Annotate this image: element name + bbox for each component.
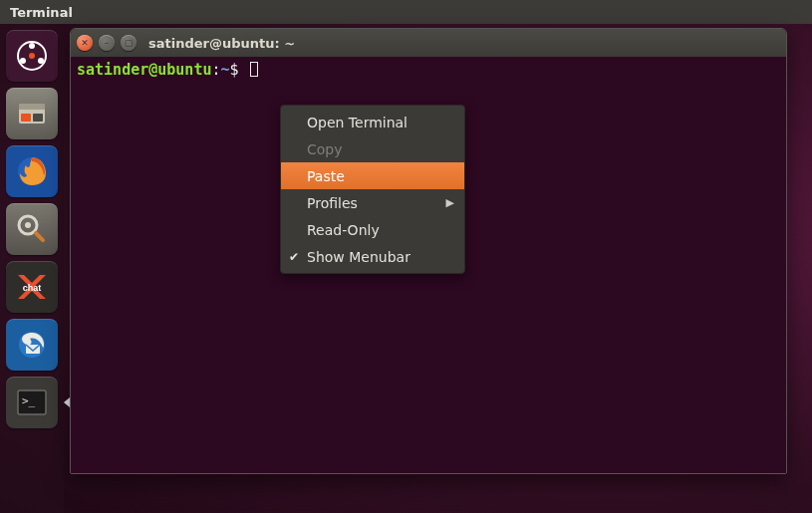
ctx-show-menubar[interactable]: ✔ Show Menubar (281, 243, 464, 270)
maximize-icon[interactable]: ▢ (121, 35, 136, 51)
terminal-icon[interactable]: >_ (6, 377, 58, 428)
svg-rect-7 (21, 114, 31, 122)
firefox-icon[interactable] (6, 145, 58, 197)
svg-point-3 (20, 58, 26, 64)
ctx-copy: Copy (281, 135, 464, 162)
svg-rect-12 (33, 230, 46, 243)
cursor-icon (250, 62, 258, 77)
menubar-app: Terminal (10, 5, 73, 20)
minimize-icon[interactable]: – (99, 35, 115, 51)
svg-rect-6 (19, 104, 45, 110)
dash-icon[interactable] (6, 30, 58, 82)
prompt-path: ~ (221, 61, 230, 79)
xchat-icon[interactable]: chat (6, 261, 58, 313)
thunderbird-icon[interactable] (6, 319, 58, 371)
svg-point-2 (38, 58, 44, 64)
svg-point-1 (29, 43, 35, 49)
svg-text:chat: chat (23, 283, 42, 293)
check-icon: ✔ (289, 250, 299, 264)
ctx-open-terminal[interactable]: Open Terminal (281, 109, 464, 135)
context-menu: Open Terminal Copy Paste Profiles ▶ Read… (280, 105, 465, 274)
close-icon[interactable]: ✕ (77, 35, 93, 51)
titlebar[interactable]: ✕ – ▢ satinder@ubuntu: ~ (71, 29, 786, 57)
window-title: satinder@ubuntu: ~ (148, 36, 295, 51)
chevron-right-icon: ▶ (446, 196, 454, 209)
svg-point-11 (25, 222, 31, 228)
svg-text:>_: >_ (22, 394, 36, 407)
files-icon[interactable] (6, 88, 58, 139)
ctx-paste[interactable]: Paste (281, 162, 464, 189)
svg-point-4 (29, 53, 35, 59)
prompt-userhost: satinder@ubuntu (77, 61, 211, 79)
settings-icon[interactable] (6, 203, 58, 255)
menubar: Terminal (0, 0, 812, 24)
launcher: chat >_ (0, 24, 64, 513)
ctx-read-only[interactable]: Read-Only (281, 216, 464, 243)
svg-rect-8 (33, 114, 43, 122)
ctx-profiles[interactable]: Profiles ▶ (281, 189, 464, 216)
